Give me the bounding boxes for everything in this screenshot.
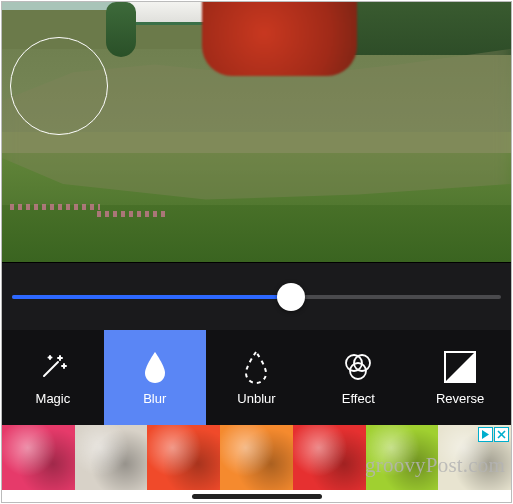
adchoices-badge[interactable] bbox=[478, 427, 509, 442]
ad-tile[interactable] bbox=[293, 425, 366, 490]
reverse-button[interactable]: Reverse bbox=[409, 330, 511, 425]
venn-icon bbox=[340, 349, 376, 385]
slider-thumb-icon[interactable] bbox=[277, 283, 305, 311]
tool-label: Effect bbox=[342, 391, 375, 406]
blur-button[interactable]: Blur bbox=[104, 330, 206, 425]
unblur-button[interactable]: Unblur bbox=[206, 330, 308, 425]
scene-bush bbox=[106, 2, 136, 57]
drop-outline-icon bbox=[242, 349, 270, 385]
ad-tile[interactable] bbox=[75, 425, 148, 490]
ad-tile[interactable] bbox=[2, 425, 75, 490]
tool-label: Magic bbox=[36, 391, 71, 406]
ad-tile[interactable] bbox=[220, 425, 293, 490]
scene-trees-right bbox=[353, 2, 511, 55]
drop-icon bbox=[141, 349, 169, 385]
tool-label: Unblur bbox=[237, 391, 275, 406]
adchoices-icon bbox=[478, 427, 493, 442]
magic-wand-icon bbox=[36, 349, 70, 385]
scene-petals bbox=[10, 204, 100, 210]
photo-canvas[interactable] bbox=[2, 2, 511, 262]
ad-strip[interactable]: groovyPost.com bbox=[2, 425, 511, 490]
brush-size-row bbox=[2, 262, 511, 330]
home-indicator[interactable] bbox=[192, 494, 322, 499]
slider-fill bbox=[12, 295, 291, 299]
reverse-triangle-icon bbox=[443, 349, 477, 385]
tool-label: Blur bbox=[143, 391, 166, 406]
effect-button[interactable]: Effect bbox=[307, 330, 409, 425]
brush-size-slider[interactable] bbox=[12, 295, 501, 299]
ad-tile[interactable] bbox=[147, 425, 220, 490]
scene-petals bbox=[97, 211, 167, 217]
svg-line-0 bbox=[44, 362, 58, 376]
ad-close-icon[interactable] bbox=[494, 427, 509, 442]
brush-cursor-icon[interactable] bbox=[10, 37, 108, 135]
magic-button[interactable]: Magic bbox=[2, 330, 104, 425]
toolbar: Magic Blur Unblur bbox=[2, 330, 511, 425]
watermark-text: groovyPost.com bbox=[365, 453, 505, 478]
tool-label: Reverse bbox=[436, 391, 484, 406]
